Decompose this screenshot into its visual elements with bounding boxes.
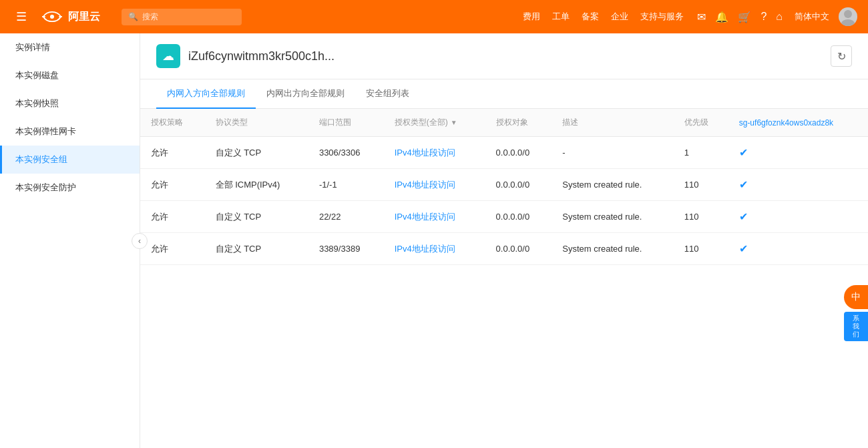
- float-btn-translate[interactable]: 中: [844, 285, 868, 309]
- cell-auth-target: 0.0.0.0/0: [485, 233, 552, 265]
- page-title: iZuf6cynwitmm3kr500c1h...: [188, 49, 335, 63]
- check-icon: ✔: [739, 243, 748, 254]
- top-navigation: ☰ 阿里云 🔍 搜索 费用 工单 备案 企业 支持与服务 ✉ 🔔 🛒 ? ⌂ 简…: [0, 0, 868, 33]
- cell-auth-type: IPv4地址段访问: [384, 201, 485, 233]
- nav-link-fees[interactable]: 费用: [523, 11, 540, 23]
- cell-port: 3306/3306: [308, 137, 384, 169]
- page-icon: ☁: [156, 44, 180, 68]
- cell-auth-target: 0.0.0.0/0: [485, 137, 552, 169]
- refresh-button[interactable]: ↻: [831, 45, 852, 67]
- cell-desc: -: [552, 137, 673, 169]
- nav-link-ticket[interactable]: 工单: [552, 11, 570, 23]
- sidebar-item-disk[interactable]: 本实例磁盘: [0, 61, 140, 89]
- col-port: 端口范围: [308, 109, 384, 137]
- float-btn-contact[interactable]: 系我们: [844, 312, 868, 341]
- col-auth-type[interactable]: 授权类型(全部) ▼: [384, 109, 485, 137]
- table-row: 允许 自定义 TCP 22/22 IPv4地址段访问 0.0.0.0/0 Sys…: [140, 201, 868, 233]
- sidebar-collapse-button[interactable]: ‹: [132, 233, 148, 249]
- col-protocol: 协议类型: [205, 109, 308, 137]
- col-priority: 优先级: [674, 109, 728, 137]
- col-sg-link[interactable]: sg-uf6gfoznk4ows0xadz8k: [728, 109, 868, 137]
- cell-auth-target: 0.0.0.0/0: [485, 169, 552, 201]
- svg-point-0: [50, 15, 54, 19]
- cell-priority: 110: [674, 233, 728, 265]
- check-icon: ✔: [739, 211, 748, 222]
- logo-text: 阿里云: [68, 10, 100, 24]
- cell-desc: System created rule.: [552, 201, 673, 233]
- svg-point-4: [841, 19, 855, 26]
- tab-inbound[interactable]: 内网入方向全部规则: [156, 79, 256, 109]
- check-icon: ✔: [739, 147, 748, 158]
- col-policy: 授权策略: [140, 109, 205, 137]
- nav-links: 费用 工单 备案 企业 支持与服务: [523, 11, 684, 23]
- cell-auth-type: IPv4地址段访问: [384, 233, 485, 265]
- cell-protocol: 自定义 TCP: [205, 233, 308, 265]
- nav-link-enterprise[interactable]: 企业: [611, 11, 628, 23]
- language-selector[interactable]: 简体中文: [795, 11, 829, 23]
- logo: 阿里云: [40, 9, 100, 25]
- search-placeholder: 搜索: [142, 11, 158, 23]
- table-row: 允许 自定义 TCP 3389/3389 IPv4地址段访问 0.0.0.0/0…: [140, 233, 868, 265]
- tab-sg-list[interactable]: 安全组列表: [355, 79, 420, 109]
- cell-protocol: 自定义 TCP: [205, 137, 308, 169]
- col-auth-target: 授权对象: [485, 109, 552, 137]
- home-icon[interactable]: ⌂: [776, 11, 783, 23]
- cell-port: -1/-1: [308, 169, 384, 201]
- cell-protocol: 全部 ICMP(IPv4): [205, 169, 308, 201]
- filter-dropdown-icon[interactable]: ▼: [451, 119, 457, 126]
- cell-priority: 1: [674, 137, 728, 169]
- table-row: 允许 全部 ICMP(IPv4) -1/-1 IPv4地址段访问 0.0.0.0…: [140, 169, 868, 201]
- table-row: 允许 自定义 TCP 3306/3306 IPv4地址段访问 0.0.0.0/0…: [140, 137, 868, 169]
- sidebar-item-security-protection[interactable]: 本实例安全防护: [0, 174, 140, 202]
- cell-desc: System created rule.: [552, 169, 673, 201]
- cell-check: ✔: [728, 137, 868, 169]
- cell-priority: 110: [674, 169, 728, 201]
- cart-icon[interactable]: 🛒: [738, 11, 751, 23]
- col-desc: 描述: [552, 109, 673, 137]
- cell-check: ✔: [728, 233, 868, 265]
- message-icon[interactable]: ✉: [697, 11, 706, 23]
- cell-auth-target: 0.0.0.0/0: [485, 201, 552, 233]
- cell-check: ✔: [728, 169, 868, 201]
- cell-policy: 允许: [140, 169, 205, 201]
- cell-policy: 允许: [140, 201, 205, 233]
- search-bar[interactable]: 🔍 搜索: [122, 9, 242, 25]
- search-icon: 🔍: [128, 12, 138, 21]
- cell-port: 3389/3389: [308, 233, 384, 265]
- user-avatar[interactable]: [839, 7, 857, 26]
- sidebar-item-snapshot[interactable]: 本实例快照: [0, 89, 140, 118]
- nav-link-support[interactable]: 支持与服务: [640, 11, 684, 23]
- cell-port: 22/22: [308, 201, 384, 233]
- table-header-row: 授权策略 协议类型 端口范围 授权类型(全部) ▼ 授权对象 描述 优先级 sg: [140, 109, 868, 137]
- bell-icon[interactable]: 🔔: [715, 11, 728, 23]
- page-header: ☁ iZuf6cynwitmm3kr500c1h... ↻: [140, 33, 868, 79]
- nav-link-beian[interactable]: 备案: [582, 11, 599, 23]
- security-rules-table: 授权策略 协议类型 端口范围 授权类型(全部) ▼ 授权对象 描述 优先级 sg: [140, 109, 868, 265]
- help-icon[interactable]: ?: [761, 11, 767, 23]
- main-content: ☁ iZuf6cynwitmm3kr500c1h... ↻ 内网入方向全部规则 …: [140, 33, 868, 448]
- sidebar-item-eni[interactable]: 本实例弹性网卡: [0, 118, 140, 146]
- sidebar: ‹ 实例详情 本实例磁盘 本实例快照 本实例弹性网卡 本实例安全组 本实例安全防…: [0, 33, 140, 448]
- cell-auth-type: IPv4地址段访问: [384, 137, 485, 169]
- nav-icons: ✉ 🔔 🛒 ? ⌂ 简体中文: [697, 7, 857, 26]
- cell-priority: 110: [674, 201, 728, 233]
- main-layout: ‹ 实例详情 本实例磁盘 本实例快照 本实例弹性网卡 本实例安全组 本实例安全防…: [0, 33, 868, 448]
- cell-auth-type: IPv4地址段访问: [384, 169, 485, 201]
- cell-policy: 允许: [140, 233, 205, 265]
- float-widget: 中 系我们: [844, 285, 868, 341]
- sidebar-item-security-group[interactable]: 本实例安全组: [0, 146, 140, 174]
- menu-button[interactable]: ☰: [11, 7, 32, 27]
- page-title-area: ☁ iZuf6cynwitmm3kr500c1h...: [156, 44, 335, 68]
- svg-point-3: [844, 10, 852, 18]
- check-icon: ✔: [739, 179, 748, 190]
- cell-protocol: 自定义 TCP: [205, 201, 308, 233]
- cell-policy: 允许: [140, 137, 205, 169]
- tabs-bar: 内网入方向全部规则 内网出方向全部规则 安全组列表: [140, 79, 868, 109]
- tab-outbound[interactable]: 内网出方向全部规则: [256, 79, 355, 109]
- table-container: 授权策略 协议类型 端口范围 授权类型(全部) ▼ 授权对象 描述 优先级 sg: [140, 109, 868, 448]
- cell-check: ✔: [728, 201, 868, 233]
- sidebar-item-instance-detail[interactable]: 实例详情: [0, 33, 140, 61]
- cell-desc: System created rule.: [552, 233, 673, 265]
